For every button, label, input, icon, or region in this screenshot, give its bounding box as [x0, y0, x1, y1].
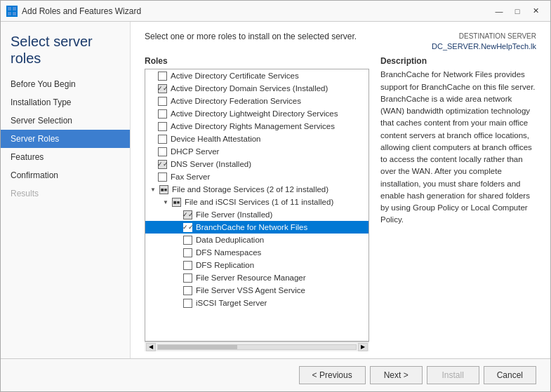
- tree-toggle-file-storage[interactable]: ▼: [148, 184, 158, 194]
- wizard-window: Add Roles and Features Wizard — □ ✕ Sele…: [0, 0, 551, 392]
- role-label-adrms: Active Directory Rights Management Servi…: [171, 122, 335, 130]
- next-button[interactable]: Next >: [370, 366, 423, 384]
- nav-item-installation-type[interactable]: Installation Type: [1, 93, 130, 111]
- role-item-dns[interactable]: ✓DNS Server (Installed): [145, 158, 369, 170]
- checkbox-file-iscsi[interactable]: ■: [172, 198, 181, 207]
- role-item-file-server[interactable]: ✓File Server (Installed): [145, 208, 369, 221]
- nav-items: Before You BeginInstallation TypeServer …: [1, 75, 130, 203]
- role-item-adfs[interactable]: Active Directory Federation Services: [145, 95, 369, 107]
- titlebar: Add Roles and Features Wizard — □ ✕: [1, 1, 550, 22]
- role-item-adcs[interactable]: Active Directory Certificate Services: [145, 69, 369, 82]
- checkbox-dha[interactable]: [158, 135, 167, 144]
- checkbox-file-storage[interactable]: ■: [159, 185, 168, 194]
- role-item-fsvss[interactable]: File Server VSS Agent Service: [145, 284, 369, 297]
- instruction-text: Select one or more roles to install on t…: [145, 32, 432, 41]
- nav-item-features[interactable]: Features: [1, 148, 130, 166]
- checkbox-adlds[interactable]: [158, 109, 167, 119]
- window-controls: — □ ✕: [490, 4, 545, 18]
- role-label-iscsi-target: iSCSI Target Server: [196, 299, 267, 307]
- role-label-dfs-replication: DFS Replication: [196, 261, 254, 269]
- checkbox-adrms[interactable]: [158, 122, 167, 131]
- role-label-fsrm: File Server Resource Manager: [196, 273, 306, 282]
- role-label-data-dedup: Data Deduplication: [196, 236, 264, 244]
- columns: Roles Active Directory Certificate Servi…: [131, 56, 550, 358]
- nav-item-server-roles[interactable]: Server Roles: [1, 130, 130, 148]
- main-header-left: Select one or more roles to install on t…: [145, 32, 432, 47]
- main-panel: Select one or more roles to install on t…: [131, 22, 550, 358]
- role-item-dha[interactable]: Device Health Attestation: [145, 133, 369, 145]
- roles-label: Roles: [145, 56, 369, 66]
- checkbox-fsvss[interactable]: [183, 286, 192, 295]
- role-label-file-iscsi: File and iSCSI Services (1 of 11 install…: [185, 198, 333, 206]
- description-label: Description: [380, 56, 536, 66]
- role-item-data-dedup[interactable]: Data Deduplication: [145, 234, 369, 246]
- svg-rect-0: [8, 7, 11, 11]
- checkbox-adcs[interactable]: [158, 72, 167, 81]
- scroll-left-btn[interactable]: ◀: [146, 343, 156, 351]
- role-label-branchcache: BranchCache for Network Files: [196, 223, 307, 231]
- role-item-adds[interactable]: ✓Active Directory Domain Services (Insta…: [145, 82, 369, 95]
- role-item-adrms[interactable]: Active Directory Rights Management Servi…: [145, 120, 369, 133]
- checkbox-adfs[interactable]: [158, 97, 167, 106]
- checkbox-iscsi-target[interactable]: [183, 299, 192, 308]
- destination-name: DC_SERVER.NewHelpTech.lk: [432, 41, 536, 52]
- main-header: Select one or more roles to install on t…: [131, 22, 550, 56]
- checkbox-data-dedup[interactable]: [183, 236, 192, 245]
- cancel-button[interactable]: Cancel: [484, 366, 536, 384]
- sidebar: Select server roles Before You BeginInst…: [1, 22, 131, 358]
- maximize-button[interactable]: □: [508, 4, 526, 18]
- checkbox-dfs-replication[interactable]: [183, 261, 192, 270]
- checkbox-adds[interactable]: ✓: [158, 84, 167, 93]
- wizard-content: Select server roles Before You BeginInst…: [1, 22, 550, 358]
- role-label-adlds: Active Directory Lightweight Directory S…: [171, 109, 338, 118]
- role-label-adcs: Active Directory Certificate Services: [171, 72, 299, 80]
- checkbox-dfs-namespaces[interactable]: [183, 248, 192, 257]
- minimize-button[interactable]: —: [490, 4, 508, 18]
- role-label-dha: Device Health Attestation: [171, 135, 261, 143]
- previous-button[interactable]: < Previous: [299, 366, 366, 384]
- nav-item-confirmation[interactable]: Confirmation: [1, 166, 130, 184]
- nav-item-server-selection[interactable]: Server Selection: [1, 111, 130, 130]
- role-label-file-storage: File and Storage Services (2 of 12 insta…: [172, 185, 328, 194]
- scroll-thumb[interactable]: [158, 345, 237, 349]
- role-label-dhcp: DHCP Server: [171, 147, 219, 156]
- svg-rect-3: [13, 12, 16, 15]
- destination-server: DESTINATION SERVER DC_SERVER.NewHelpTech…: [432, 32, 536, 52]
- svg-rect-1: [13, 7, 16, 11]
- scroll-track[interactable]: [157, 344, 357, 350]
- role-label-adfs: Active Directory Federation Services: [171, 97, 301, 105]
- page-title: Select server roles: [1, 22, 130, 75]
- role-item-adlds[interactable]: Active Directory Lightweight Directory S…: [145, 107, 369, 120]
- nav-item-before-you-begin[interactable]: Before You Begin: [1, 75, 130, 93]
- role-label-fax: Fax Server: [171, 173, 210, 181]
- role-item-file-storage[interactable]: ▼■File and Storage Services (2 of 12 ins…: [145, 183, 369, 196]
- checkbox-branchcache[interactable]: ✓: [183, 223, 192, 232]
- role-label-dns: DNS Server (Installed): [171, 160, 251, 168]
- window-icon: [6, 6, 18, 17]
- checkbox-dns[interactable]: ✓: [158, 160, 167, 169]
- close-button[interactable]: ✕: [526, 4, 545, 18]
- description-panel: Description BranchCache for Network File…: [380, 56, 536, 351]
- scroll-right-btn[interactable]: ▶: [358, 343, 368, 351]
- checkbox-fsrm[interactable]: [183, 273, 192, 283]
- horizontal-scrollbar[interactable]: ◀ ▶: [145, 342, 369, 351]
- checkbox-dhcp[interactable]: [158, 147, 167, 156]
- checkbox-fax[interactable]: [158, 173, 167, 182]
- checkbox-file-server[interactable]: ✓: [183, 210, 192, 219]
- roles-panel: Roles Active Directory Certificate Servi…: [145, 56, 369, 351]
- role-item-iscsi-target[interactable]: iSCSI Target Server: [145, 297, 369, 309]
- description-text: BranchCache for Network Files provides s…: [380, 69, 536, 226]
- tree-toggle-file-iscsi[interactable]: ▼: [161, 197, 171, 207]
- nav-item-results: Results: [1, 184, 130, 203]
- role-item-dfs-replication[interactable]: DFS Replication: [145, 259, 369, 271]
- role-item-dhcp[interactable]: DHCP Server: [145, 145, 369, 158]
- role-item-file-iscsi[interactable]: ▼■File and iSCSI Services (1 of 11 insta…: [145, 196, 369, 208]
- role-item-dfs-namespaces[interactable]: DFS Namespaces: [145, 246, 369, 259]
- role-label-fsvss: File Server VSS Agent Service: [196, 286, 305, 295]
- role-item-fsrm[interactable]: File Server Resource Manager: [145, 271, 369, 284]
- roles-list[interactable]: Active Directory Certificate Services✓Ac…: [145, 69, 369, 342]
- role-item-fax[interactable]: Fax Server: [145, 170, 369, 183]
- role-item-branchcache[interactable]: ✓BranchCache for Network Files: [145, 221, 369, 234]
- install-button: Install: [427, 366, 479, 384]
- role-label-adds: Active Directory Domain Services (Instal…: [171, 84, 328, 93]
